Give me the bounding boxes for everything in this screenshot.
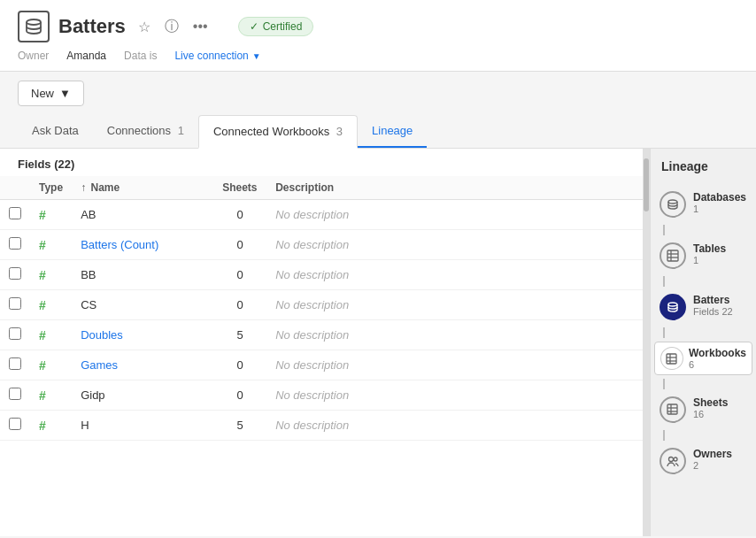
table-row: #Gidp0No description	[0, 380, 643, 411]
field-type: #	[30, 230, 72, 260]
row-checkbox[interactable]	[0, 350, 30, 380]
datasource-icon	[18, 11, 50, 42]
sheets-col-header: Sheets	[213, 176, 266, 200]
databases-icon	[660, 191, 686, 218]
connector-1	[663, 225, 665, 235]
field-sheets: 5	[213, 320, 266, 350]
row-checkbox[interactable]	[0, 230, 30, 260]
star-button[interactable]: ☆	[135, 17, 154, 37]
field-name[interactable]: Batters (Count)	[72, 230, 213, 260]
field-name[interactable]: Games	[72, 350, 213, 380]
owner-label: Owner	[18, 50, 49, 62]
field-description: No description	[266, 380, 643, 411]
svg-point-16	[674, 457, 677, 461]
certified-badge: ✓ Certified	[238, 17, 314, 36]
dropdown-arrow-icon: ▼	[252, 51, 261, 61]
row-checkbox[interactable]	[0, 380, 30, 411]
field-name: AB	[72, 200, 213, 230]
field-sheets: 0	[213, 380, 266, 411]
type-col-header: Type	[30, 176, 72, 200]
row-checkbox[interactable]	[0, 260, 30, 290]
field-name[interactable]: Doubles	[72, 320, 213, 350]
field-sheets: 0	[213, 290, 266, 320]
connector-5	[663, 430, 665, 441]
field-description: No description	[266, 320, 643, 350]
batters-label: Batters Fields 22	[693, 294, 733, 317]
lineage-item-sheets[interactable]: Sheets 16	[651, 389, 756, 430]
row-checkbox[interactable]	[0, 200, 30, 230]
connector-4	[663, 379, 665, 389]
lineage-item-owners[interactable]: Owners 2	[651, 441, 756, 481]
field-sheets: 0	[213, 350, 266, 380]
workbooks-label: Workbooks 6	[689, 347, 746, 370]
field-name: H	[72, 411, 213, 441]
lineage-item-databases[interactable]: Databases 1	[651, 184, 756, 225]
field-sheets: 0	[213, 260, 266, 290]
field-description: No description	[266, 411, 643, 441]
lineage-item-workbooks[interactable]: Workbooks 6	[651, 338, 756, 379]
table-header-row: Type ↑ Name Sheets Description	[0, 176, 643, 200]
title-row: Batters ☆ ⓘ ••• ✓ Certified	[18, 11, 738, 42]
field-name: CS	[72, 290, 213, 320]
page-title: Batters	[58, 15, 126, 38]
fields-header: Fields (22)	[0, 149, 643, 176]
fields-panel: Fields (22) Type ↑ Name Sheets Descripti…	[0, 149, 643, 536]
field-type: #	[30, 290, 72, 320]
more-options-button[interactable]: •••	[189, 17, 212, 36]
field-type: #	[30, 380, 72, 411]
tab-connections[interactable]: Connections 1	[93, 115, 198, 148]
field-description: No description	[266, 350, 643, 380]
row-checkbox[interactable]	[0, 290, 30, 320]
table-row: #Batters (Count)0No description	[0, 230, 643, 260]
tab-lineage[interactable]: Lineage	[358, 115, 427, 148]
info-button[interactable]: ⓘ	[161, 16, 182, 38]
table-row: #Doubles5No description	[0, 320, 643, 350]
action-bar: New ▼	[0, 72, 756, 115]
lineage-item-tables[interactable]: Tables 1	[651, 235, 756, 276]
certified-label: Certified	[263, 20, 303, 33]
field-type: #	[30, 260, 72, 290]
batters-icon	[660, 294, 686, 320]
field-name: BB	[72, 260, 213, 290]
row-checkbox[interactable]	[0, 411, 30, 441]
field-description: No description	[266, 230, 643, 260]
fields-table: Type ↑ Name Sheets Description #AB0No de…	[0, 176, 643, 441]
scrollbar-thumb[interactable]	[644, 158, 649, 211]
field-description: No description	[266, 290, 643, 320]
lineage-item-batters[interactable]: Batters Fields 22	[651, 287, 756, 327]
top-bar: Batters ☆ ⓘ ••• ✓ Certified Owner Amanda…	[0, 0, 756, 72]
connector-2	[663, 276, 665, 287]
table-row: #Games0No description	[0, 350, 643, 380]
check-icon: ✓	[250, 20, 258, 33]
tables-label: Tables 1	[693, 242, 726, 265]
tabs-bar: Ask Data Connections 1 Connected Workboo…	[0, 115, 756, 149]
field-description: No description	[266, 260, 643, 290]
row-checkbox[interactable]	[0, 320, 30, 350]
table-row: #CS0No description	[0, 290, 643, 320]
svg-point-15	[669, 457, 674, 462]
field-sheets: 0	[213, 230, 266, 260]
tables-icon	[660, 242, 686, 269]
workbooks-icon	[660, 347, 683, 370]
data-label: Data is	[124, 50, 157, 62]
name-col-header: ↑ Name	[72, 176, 213, 200]
main-content: Fields (22) Type ↑ Name Sheets Descripti…	[0, 149, 756, 536]
scrollbar-track[interactable]	[643, 149, 650, 536]
svg-point-0	[27, 19, 41, 25]
field-type: #	[30, 320, 72, 350]
tab-connected-workbooks[interactable]: Connected Workbooks 3	[198, 115, 358, 149]
svg-rect-11	[667, 404, 677, 414]
field-description: No description	[266, 200, 643, 230]
meta-row: Owner Amanda Data is Live connection ▼	[18, 50, 738, 62]
lineage-panel: Lineage Databases 1	[650, 149, 756, 536]
connection-selector[interactable]: Live connection ▼	[174, 50, 260, 62]
tab-ask-data[interactable]: Ask Data	[18, 115, 93, 148]
field-sheets: 0	[213, 200, 266, 230]
new-dropdown-arrow-icon: ▼	[59, 87, 71, 100]
new-button[interactable]: New ▼	[18, 81, 84, 106]
select-all-col	[0, 176, 30, 200]
sheets-icon	[660, 396, 686, 423]
svg-rect-2	[667, 250, 678, 261]
svg-rect-7	[667, 354, 676, 364]
new-label: New	[31, 87, 54, 100]
